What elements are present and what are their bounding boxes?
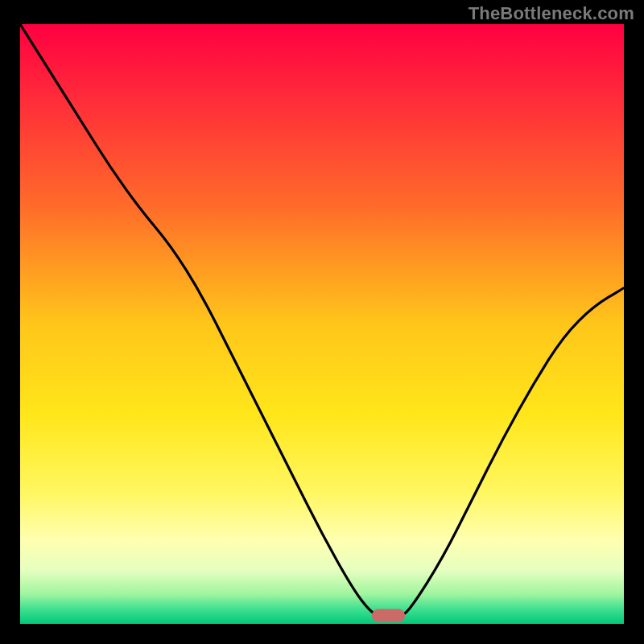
- chart-container: TheBottleneck.com: [0, 0, 644, 644]
- plot-area: [20, 24, 624, 624]
- watermark-text: TheBottleneck.com: [469, 3, 634, 24]
- bottleneck-marker: [372, 609, 405, 622]
- chart-svg: [20, 24, 624, 624]
